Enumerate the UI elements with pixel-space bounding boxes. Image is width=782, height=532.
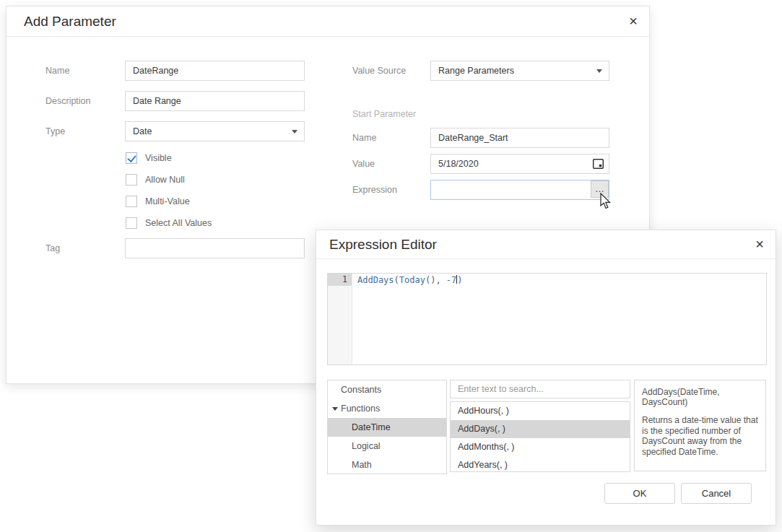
line-number: 1 [328, 274, 352, 286]
add-parameter-title: Add Parameter [24, 6, 116, 36]
tree-item-constants[interactable]: Constants [328, 380, 446, 399]
calendar-icon[interactable] [592, 157, 604, 170]
tree-item-label: DateTime [352, 422, 391, 432]
checkbox-visible-label: Visible [145, 152, 172, 165]
expression-field: … [430, 180, 609, 200]
type-dropdown-value: Date [133, 122, 297, 141]
checkbox-allow-null-label: Allow Null [145, 174, 185, 186]
start-value-field [430, 154, 609, 174]
type-label: Type [45, 121, 65, 141]
tree-item-functions[interactable]: Functions [328, 399, 446, 418]
function-signature: AddDays(DateTime, DaysCount) [642, 387, 758, 407]
expression-label: Expression [352, 180, 397, 200]
expression-editor-dialog: Expression Editor × 1 AddDays(Today(), -… [316, 230, 776, 526]
checkbox-icon[interactable] [126, 217, 137, 229]
code-token-punct: ) [457, 275, 462, 285]
tree-item-label: Math [352, 460, 372, 470]
code-token-punct: ( [394, 275, 399, 285]
name-label: Name [45, 61, 69, 81]
code-token-function: Today [399, 275, 425, 285]
checkbox-icon[interactable] [126, 196, 137, 207]
chevron-down-icon [596, 69, 602, 73]
checkbox-select-all-values-label: Select All Values [145, 217, 212, 230]
checkbox-multi-value-label: Multi-Value [145, 196, 190, 208]
start-name-label: Name [352, 128, 376, 148]
description-label: Description [45, 91, 91, 111]
tree-item-logical[interactable]: Logical [328, 437, 446, 455]
start-value-input[interactable] [430, 154, 609, 174]
tree-item-label: Functions [341, 404, 380, 414]
tree-item-label: Constants [341, 385, 381, 395]
search-input[interactable] [450, 380, 630, 398]
category-tree: Constants Functions DateTime Logical Mat… [327, 380, 447, 474]
description-input[interactable] [125, 91, 305, 111]
expression-editor-title: Expression Editor [329, 230, 437, 258]
close-icon[interactable]: × [629, 6, 638, 36]
functions-list: AddHours(, ) AddDays(, ) AddMonths(, ) A… [450, 401, 630, 472]
chevron-down-icon [292, 130, 297, 134]
value-source-label: Value Source [352, 61, 406, 81]
tree-item-label: Logical [352, 441, 381, 451]
code-line: AddDays(Today(), -7) [357, 274, 463, 287]
ok-button[interactable]: OK [604, 483, 675, 504]
tree-item-datetime[interactable]: DateTime [328, 418, 446, 437]
start-value-label: Value [352, 154, 375, 174]
value-source-dropdown-value: Range Parameters [438, 61, 601, 80]
value-source-dropdown[interactable]: Range Parameters [430, 61, 609, 81]
tree-item-math[interactable]: Math [328, 455, 446, 474]
name-input[interactable] [125, 61, 305, 81]
list-item-addmonths[interactable]: AddMonths(, ) [451, 438, 630, 456]
start-name-input[interactable] [430, 128, 609, 148]
expression-input[interactable] [430, 180, 609, 200]
function-description-panel: AddDays(DateTime, DaysCount) Returns a d… [634, 380, 766, 471]
start-parameter-section-header: Start Parameter [352, 109, 416, 119]
close-icon[interactable]: × [755, 230, 764, 258]
checkbox-icon[interactable] [126, 152, 137, 164]
list-item-adddays[interactable]: AddDays(, ) [451, 420, 630, 438]
add-parameter-header: Add Parameter × [6, 6, 649, 37]
expression-ellipsis-button[interactable]: … [591, 180, 609, 198]
code-token-function: AddDays [357, 275, 394, 285]
list-item-addhours[interactable]: AddHours(, ) [451, 402, 630, 420]
expression-code-editor[interactable]: 1 AddDays(Today(), -7) [327, 273, 767, 365]
checkbox-icon[interactable] [126, 174, 137, 186]
cancel-button[interactable]: Cancel [681, 483, 752, 504]
code-gutter: 1 [328, 274, 352, 365]
expander-down-icon[interactable] [332, 407, 338, 411]
code-token-number: -7 [446, 275, 456, 285]
tag-input[interactable] [125, 238, 305, 258]
type-dropdown[interactable]: Date [125, 121, 305, 141]
tag-label: Tag [45, 238, 60, 258]
expression-editor-header: Expression Editor × [316, 230, 776, 259]
list-item-addyears[interactable]: AddYears(, ) [451, 456, 630, 472]
code-token-punct: (), [425, 275, 446, 285]
function-description: Returns a date-time value that is the sp… [642, 415, 758, 457]
